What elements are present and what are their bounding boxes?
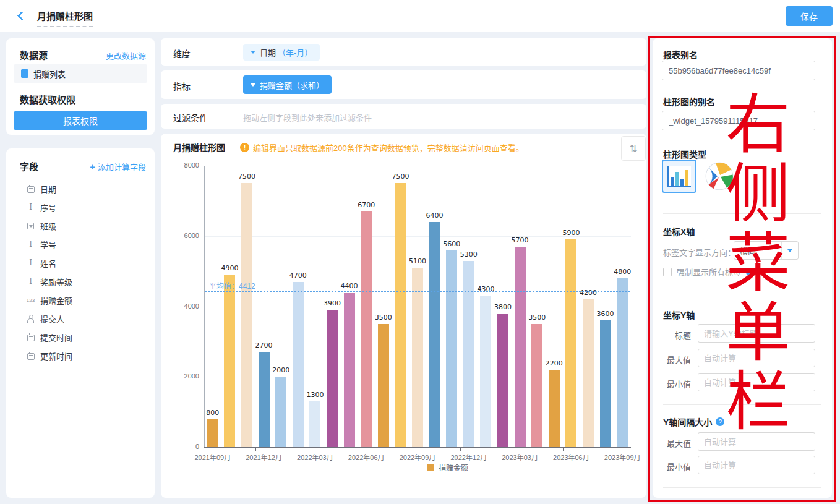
metric-row: 指标 捐赠金额（求和） [161, 70, 646, 99]
plus-icon: + [90, 161, 95, 172]
x-label-direction-select[interactable]: 横向 [734, 241, 799, 260]
y-axis-row-label: 最大值 [653, 354, 691, 365]
fields-title: 字段 [20, 160, 38, 173]
pie-chart-glyph [704, 161, 735, 192]
bar-2022年03月 [309, 401, 320, 447]
field-item-label: 序号 [40, 202, 56, 213]
warning-icon: ! [240, 143, 249, 152]
field-item-label: 奖励等级 [40, 276, 72, 288]
back-icon[interactable] [17, 11, 27, 21]
datasource-item[interactable]: 捐赠列表 [14, 64, 147, 83]
select-icon [26, 223, 35, 229]
bar-chart-glyph [667, 166, 691, 187]
field-item-班级[interactable]: 班级 [6, 216, 155, 235]
divider [663, 213, 821, 214]
help-icon[interactable]: ? [716, 417, 724, 426]
field-item-日期[interactable]: 日期 [6, 179, 155, 198]
caret-down-icon [251, 51, 255, 54]
pie-chart-type-icon[interactable] [702, 160, 737, 193]
fields-card: 字段 +添加计算字段 日期I序号班级I学号I姓名I奖励等级123捐赠金额提交人提… [6, 148, 155, 498]
x-label-direction-value: 横向 [734, 242, 781, 259]
bar-2022年12月 [463, 261, 474, 447]
widget-alias-label: 柱形图的别名 [663, 95, 715, 108]
field-item-label: 捐赠金额 [40, 294, 72, 306]
caret-down-icon [787, 249, 792, 252]
y-axis-max-input[interactable] [698, 349, 815, 367]
filter-placeholder: 拖动左侧字段到此处来添加过滤条件 [243, 111, 372, 123]
bar-2022年01月 [275, 377, 286, 447]
dimension-tag[interactable]: 日期（年-月） [243, 44, 320, 61]
force-show-labels-checkbox[interactable] [663, 268, 672, 276]
bar-2023年05月 [549, 370, 560, 447]
field-item-奖励等级[interactable]: I奖励等级 [6, 272, 155, 291]
metric-tag[interactable]: 捐赠金额（求和） [243, 75, 332, 94]
bar-2023年07月 [583, 299, 594, 447]
calendar-icon [26, 352, 35, 360]
metric-tag-label: 捐赠金额（求和） [260, 79, 324, 91]
chart-title: 月捐赠柱形图 [173, 141, 225, 153]
field-item-姓名[interactable]: I姓名 [6, 254, 155, 272]
datasource-title: 数据源 [20, 48, 48, 61]
divider [663, 297, 821, 297]
bar-2023年03月 [515, 247, 526, 447]
field-item-捐赠金额[interactable]: 123捐赠金额 [6, 291, 155, 309]
legend-swatch [427, 464, 434, 471]
number-icon: 123 [26, 297, 35, 303]
filter-row[interactable]: 过滤条件 拖动左侧字段到此处来添加过滤条件 [161, 104, 646, 129]
data-permission-title: 数据获取权限 [20, 93, 75, 106]
x-label-direction-label: 标签文字显示方向： [663, 246, 735, 258]
help-icon[interactable]: ? [746, 268, 755, 276]
y-axis-title-input[interactable] [698, 324, 815, 343]
add-calc-field-label: 添加计算字段 [98, 163, 146, 172]
bar-2022年08月 [395, 183, 406, 447]
y-interval-max-input[interactable] [698, 432, 815, 451]
top-header: 月捐赠柱形图 保存 [0, 0, 840, 32]
bar-2022年02月 [293, 282, 304, 447]
bar-2022年04月 [327, 310, 338, 447]
change-datasource-link[interactable]: 更改数据源 [106, 49, 146, 61]
y-axis-min-input[interactable] [698, 373, 815, 391]
save-button[interactable]: 保存 [786, 6, 833, 26]
metric-label: 指标 [173, 80, 191, 92]
bar-chart-type-icon[interactable] [662, 160, 696, 193]
legend-item[interactable]: 捐赠金额 [427, 462, 468, 472]
bar-2023年02月 [497, 314, 508, 447]
widget-alias-input[interactable] [662, 111, 815, 130]
y-interval-heading-row: Y轴间隔大小 ? [663, 416, 724, 428]
field-item-更新时间[interactable]: 更新时间 [6, 346, 155, 365]
calendar-icon [26, 185, 35, 193]
y-interval-min-input[interactable] [698, 456, 815, 474]
bar-2022年06月 [361, 211, 372, 447]
report-permission-button[interactable]: 报表权限 [14, 111, 147, 130]
field-item-提交时间[interactable]: 提交时间 [6, 328, 155, 346]
bar-2021年11月 [241, 183, 252, 447]
page-title[interactable]: 月捐赠柱形图 [37, 9, 93, 27]
y-interval-row-label: 最小值 [653, 461, 691, 472]
bar-2023年04月 [531, 324, 542, 447]
bar-2023年06月 [565, 239, 576, 447]
field-item-学号[interactable]: I学号 [6, 235, 155, 254]
report-alias-input[interactable] [662, 61, 815, 80]
sort-icon[interactable]: ⇅ [621, 136, 646, 161]
chart-type-label: 柱形图类型 [663, 148, 706, 160]
add-calc-field-link[interactable]: +添加计算字段 [90, 161, 146, 173]
y-interval-row-label: 最大值 [653, 437, 691, 449]
field-item-label: 班级 [40, 220, 56, 232]
right-panel: 报表别名 柱形图的别名 柱形图类型 坐标X轴 标签文字显示方向： [653, 38, 832, 498]
field-item-序号[interactable]: I序号 [6, 198, 155, 216]
bar-2022年10月 [429, 222, 440, 447]
bar-2022年05月 [344, 293, 355, 447]
dimension-label: 维度 [173, 47, 191, 59]
datasource-card: 数据源 更改数据源 捐赠列表 数据获取权限 报表权限 [6, 38, 155, 135]
force-show-labels-row: 强制显示所有标签 ? [663, 266, 755, 278]
field-item-label: 姓名 [40, 257, 56, 269]
field-item-提交人[interactable]: 提交人 [6, 309, 155, 328]
y-axis-title: 坐标Y轴 [663, 309, 695, 321]
y-interval-title: Y轴间隔大小 [663, 416, 712, 428]
bar-2023年01月 [480, 296, 491, 447]
caret-down-icon [251, 83, 255, 87]
preview-notice-text: 编辑界面只取数据源前200条作为查询数据预览，完整数据请访问页面查看。 [253, 142, 524, 153]
preview-notice: ! 编辑界面只取数据源前200条作为查询数据预览，完整数据请访问页面查看。 [240, 142, 524, 153]
bar-2021年12月 [259, 352, 270, 447]
text-icon: I [26, 240, 35, 249]
